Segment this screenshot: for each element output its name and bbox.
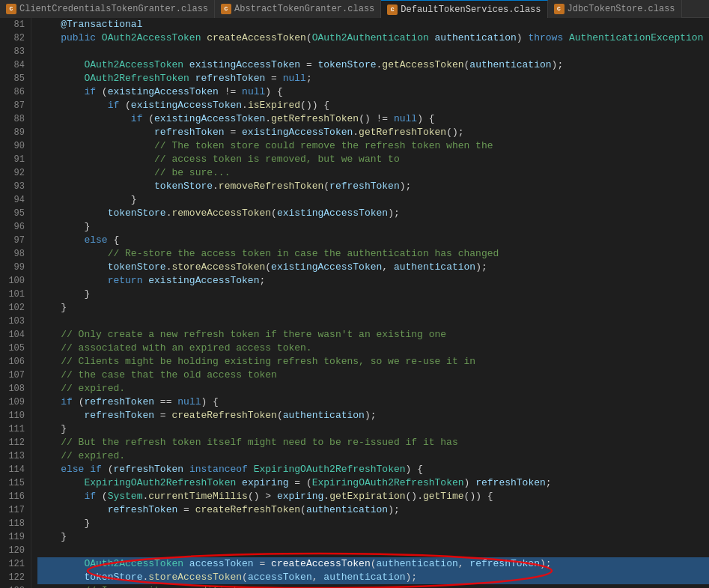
- line-number-100: 100: [3, 274, 25, 288]
- line-numbers: 8182838485868788899091929394959697989910…: [0, 18, 31, 588]
- code-line-95: tokenStore.removeAccessToken(existingAcc…: [37, 207, 709, 220]
- code-line-90: // The token store could remove the refr…: [37, 139, 709, 153]
- line-number-81: 81: [3, 18, 25, 31]
- tab-icon-4: c: [554, 4, 565, 14]
- line-number-109: 109: [3, 395, 25, 409]
- code-line-121: OAuth2AccessToken accessToken = createAc…: [37, 557, 709, 571]
- code-line-96: }: [37, 220, 709, 234]
- tab-icon-2: c: [221, 4, 231, 14]
- code-line-99: tokenStore.storeAccessToken(existingAcce…: [37, 261, 709, 274]
- tab-bar: c ClientCredentialsTokenGranter.class c …: [0, 0, 709, 18]
- code-line-101: }: [37, 288, 709, 301]
- code-line-114: else if (refreshToken instanceof Expirin…: [37, 463, 709, 476]
- code-line-93: tokenStore.removeRefreshToken(refreshTok…: [37, 180, 709, 193]
- line-number-84: 84: [3, 58, 25, 72]
- line-number-96: 96: [3, 220, 25, 234]
- code-line-109: if (refreshToken == null) {: [37, 395, 709, 409]
- line-number-89: 89: [3, 126, 25, 139]
- code-line-118: }: [37, 517, 709, 530]
- code-line-102: }: [37, 301, 709, 315]
- code-line-91: // access token is removed, but we want …: [37, 153, 709, 166]
- line-number-108: 108: [3, 382, 25, 395]
- code-line-119: }: [37, 530, 709, 544]
- code-line-113: // expired.: [37, 449, 709, 463]
- line-number-94: 94: [3, 193, 25, 207]
- code-line-88: if (existingAccessToken.getRefreshToken(…: [37, 112, 709, 126]
- code-line-85: OAuth2RefreshToken refreshToken = null;: [37, 72, 709, 85]
- code-line-97: else {: [37, 234, 709, 247]
- line-number-117: 117: [3, 503, 25, 517]
- line-number-119: 119: [3, 530, 25, 544]
- line-number-110: 110: [3, 409, 25, 422]
- line-number-91: 91: [3, 153, 25, 166]
- tab-label-1: ClientCredentialsTokenGranter.class: [19, 4, 208, 14]
- tab-icon-3: c: [387, 4, 398, 15]
- line-number-114: 114: [3, 463, 25, 476]
- code-line-115: ExpiringOAuth2RefreshToken expiring = (E…: [37, 476, 709, 490]
- code-line-106: // Clients might be holding existing ref…: [37, 355, 709, 369]
- line-number-120: 120: [3, 544, 25, 557]
- line-number-90: 90: [3, 139, 25, 153]
- line-number-86: 86: [3, 85, 25, 99]
- line-number-101: 101: [3, 288, 25, 301]
- line-number-98: 98: [3, 247, 25, 261]
- line-number-83: 83: [3, 45, 25, 58]
- line-number-115: 115: [3, 476, 25, 490]
- line-number-113: 113: [3, 449, 25, 463]
- line-number-112: 112: [3, 436, 25, 449]
- code-line-112: // But the refresh token itself might ne…: [37, 436, 709, 449]
- line-number-104: 104: [3, 328, 25, 342]
- code-line-92: // be sure...: [37, 166, 709, 180]
- line-number-118: 118: [3, 517, 25, 530]
- code-line-110: refreshToken = createRefreshToken(authen…: [37, 409, 709, 422]
- line-number-111: 111: [3, 422, 25, 436]
- line-number-82: 82: [3, 31, 25, 45]
- code-line-105: // associated with an expired access tok…: [37, 342, 709, 355]
- line-number-105: 105: [3, 342, 25, 355]
- line-number-122: 122: [3, 571, 25, 584]
- editor-container: 8182838485868788899091929394959697989910…: [0, 18, 709, 588]
- code-line-82: public OAuth2AccessToken createAccessTok…: [37, 31, 709, 45]
- line-number-85: 85: [3, 72, 25, 85]
- line-number-95: 95: [3, 207, 25, 220]
- code-line-122: tokenStore.storeAccessToken(accessToken,…: [37, 571, 709, 584]
- tab-label-3: DefaultTokenServices.class: [401, 4, 541, 15]
- code-line-83: [37, 45, 709, 58]
- code-line-123: // In case it was modified: [37, 584, 709, 588]
- line-number-92: 92: [3, 166, 25, 180]
- code-line-117: refreshToken = createRefreshToken(authen…: [37, 503, 709, 517]
- tab-jdbc-token[interactable]: c JdbcTokenStore.class: [548, 0, 682, 18]
- line-number-107: 107: [3, 369, 25, 382]
- tab-abstract-token[interactable]: c AbstractTokenGranter.class: [215, 0, 381, 18]
- line-number-121: 121: [3, 557, 25, 571]
- tab-icon-1: c: [6, 4, 16, 14]
- code-line-116: if (System.currentTimeMillis() > expirin…: [37, 490, 709, 503]
- line-number-102: 102: [3, 301, 25, 315]
- tab-label-4: JdbcTokenStore.class: [567, 4, 675, 14]
- tab-label-2: AbstractTokenGranter.class: [234, 4, 374, 14]
- line-number-99: 99: [3, 261, 25, 274]
- code-line-120: [37, 544, 709, 557]
- line-number-93: 93: [3, 180, 25, 193]
- code-line-86: if (existingAccessToken != null) {: [37, 85, 709, 99]
- tab-default-token[interactable]: c DefaultTokenServices.class: [381, 0, 547, 18]
- line-number-116: 116: [3, 490, 25, 503]
- line-number-88: 88: [3, 112, 25, 126]
- code-line-107: // the case that the old access token: [37, 369, 709, 382]
- line-number-87: 87: [3, 99, 25, 112]
- line-number-123: 123: [3, 584, 25, 588]
- tab-client-credentials[interactable]: c ClientCredentialsTokenGranter.class: [0, 0, 215, 18]
- code-content[interactable]: @Transactional public OAuth2AccessToken …: [31, 18, 709, 588]
- code-line-111: }: [37, 422, 709, 436]
- code-line-104: // Only create a new refresh token if th…: [37, 328, 709, 342]
- code-line-108: // expired.: [37, 382, 709, 395]
- code-line-100: return existingAccessToken;: [37, 274, 709, 288]
- code-line-103: [37, 315, 709, 328]
- code-line-89: refreshToken = existingAccessToken.getRe…: [37, 126, 709, 139]
- line-number-97: 97: [3, 234, 25, 247]
- line-number-106: 106: [3, 355, 25, 369]
- code-line-98: // Re-store the access token in case the…: [37, 247, 709, 261]
- code-line-84: OAuth2AccessToken existingAccessToken = …: [37, 58, 709, 72]
- ide-window: c ClientCredentialsTokenGranter.class c …: [0, 0, 709, 588]
- line-number-103: 103: [3, 315, 25, 328]
